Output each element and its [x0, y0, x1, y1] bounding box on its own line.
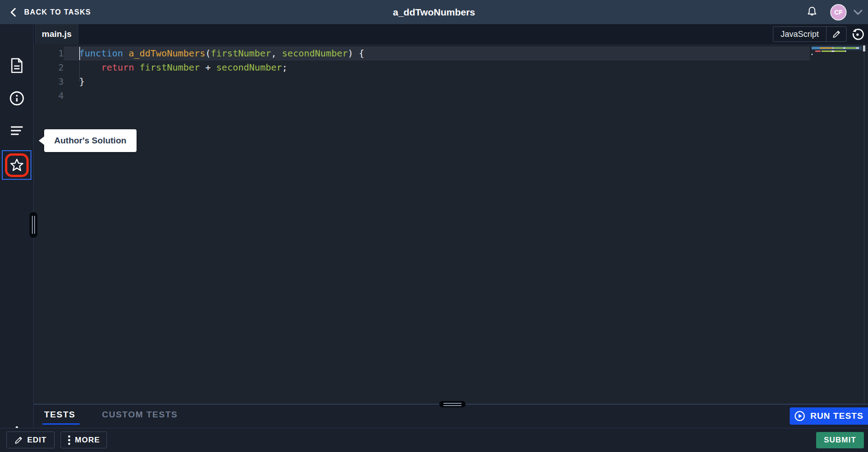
minimap[interactable] [812, 47, 862, 60]
sidebar [0, 24, 34, 428]
tab-tests-label: TESTS [44, 410, 76, 420]
code-line-4[interactable] [64, 89, 810, 103]
star-icon [10, 158, 24, 173]
topbar-right: CF [804, 0, 863, 24]
scrollbar-track [864, 44, 864, 404]
kebab-menu-icon [68, 435, 71, 445]
horizontal-resize-handle[interactable] [439, 401, 466, 407]
pencil-icon [832, 30, 841, 38]
submit-label: SUBMIT [824, 436, 856, 445]
reset-code-button[interactable] [850, 27, 865, 42]
bell-icon [806, 6, 818, 19]
sidebar-item-files[interactable] [0, 53, 33, 78]
code-line-3[interactable]: } [64, 75, 810, 89]
submit-button[interactable]: SUBMIT [816, 432, 864, 448]
avatar[interactable]: CF [830, 4, 847, 20]
sidebar-item-activity-log[interactable] [0, 118, 33, 143]
text-cursor [79, 47, 80, 60]
authors-solution-tooltip: Author's Solution [44, 129, 137, 152]
tab-custom-tests-label: CUSTOM TESTS [102, 410, 178, 420]
page-title: a_ddTwoNumbers [0, 0, 868, 24]
topbar: BACK TO TASKS a_ddTwoNumbers CF [0, 0, 868, 24]
file-icon [10, 58, 24, 73]
list-icon [10, 125, 24, 137]
language-label: JavaScript [773, 27, 826, 41]
tab-tests[interactable]: TESTS [44, 405, 76, 425]
avatar-initials: CF [834, 9, 843, 16]
active-tab-underline [42, 423, 80, 425]
highlight-ring [5, 153, 29, 177]
language-selector: JavaScript [773, 26, 847, 42]
more-label: MORE [75, 436, 100, 445]
more-button[interactable]: MORE [61, 432, 107, 448]
run-tests-label: RUN TESTS [810, 411, 863, 421]
tab-label: main.js [42, 29, 71, 39]
editor-tabbar: main.js JavaScript [34, 24, 868, 44]
code-line-2[interactable]: return firstNumber + secondNumber; [64, 61, 810, 75]
indent-guide [79, 61, 80, 81]
sidebar-item-instructions[interactable] [0, 86, 33, 111]
edit-label: EDIT [27, 436, 47, 445]
sidebar-item-authors-solution[interactable] [2, 150, 31, 180]
code-lines: function a_ddTwoNumbers(firstNumber, sec… [64, 46, 810, 103]
notifications-button[interactable] [804, 5, 820, 20]
code-line-1[interactable]: function a_ddTwoNumbers(firstNumber, sec… [64, 46, 810, 61]
tab-custom-tests[interactable]: CUSTOM TESTS [102, 405, 178, 425]
tests-panel: TESTS CUSTOM TESTS RUN TESTS [34, 405, 868, 428]
vertical-resize-handle[interactable] [30, 212, 37, 238]
run-tests-button[interactable]: RUN TESTS [790, 407, 868, 425]
tooltip-label: Author's Solution [54, 136, 127, 146]
scrollbar-thumb[interactable] [863, 46, 865, 51]
gutter: 1234 [34, 46, 64, 103]
tab-main-js[interactable]: main.js [35, 24, 78, 44]
edit-button[interactable]: EDIT [6, 432, 55, 448]
bottom-action-bar: EDIT MORE SUBMIT [0, 428, 868, 452]
reset-icon [851, 28, 864, 41]
pencil-icon [15, 436, 23, 444]
info-icon [9, 91, 25, 106]
code-editor[interactable]: 1234 function a_ddTwoNumbers(firstNumber… [34, 44, 868, 404]
play-circle-icon [794, 411, 805, 422]
language-edit-button[interactable] [826, 27, 846, 41]
chevron-down-icon[interactable] [853, 10, 863, 15]
